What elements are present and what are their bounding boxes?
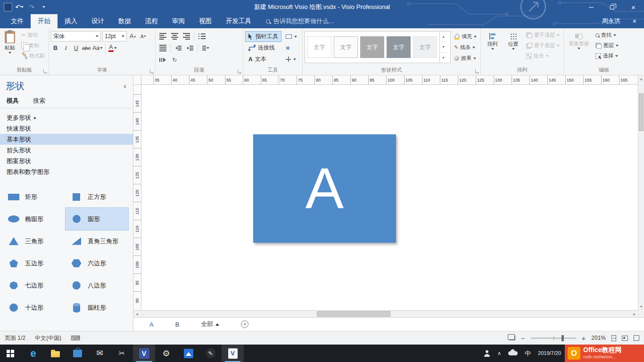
- line-dropdown-icon[interactable]: [472, 47, 475, 49]
- vertical-scroll-track[interactable]: [638, 82, 644, 303]
- ime-indicator[interactable]: 中: [525, 349, 531, 358]
- font-dialog-launcher[interactable]: [150, 69, 154, 73]
- undo-button[interactable]: ↶: [14, 2, 25, 12]
- close-button[interactable]: ×: [623, 0, 644, 14]
- effects-dropdown-icon[interactable]: [473, 58, 476, 59]
- fill-dropdown-icon[interactable]: [474, 36, 477, 38]
- align-dropdown-icon[interactable]: [491, 48, 494, 50]
- align-center-button[interactable]: [169, 31, 180, 41]
- master-shape[interactable]: 直角三角形: [66, 230, 128, 252]
- fit-window-icon[interactable]: [622, 336, 628, 341]
- bullets-button[interactable]: [197, 31, 207, 41]
- vertical-scrollbar[interactable]: ▴ ▾: [638, 75, 644, 310]
- select-button[interactable]: 选择: [594, 51, 620, 61]
- minimize-button[interactable]: [580, 0, 602, 14]
- keyboard-icon[interactable]: ⌨: [71, 334, 80, 342]
- taskbar-item[interactable]: [199, 345, 222, 362]
- zoom-level[interactable]: 201%: [591, 335, 606, 341]
- align-left-button[interactable]: [157, 31, 168, 41]
- stencil-item[interactable]: 更多形状: [0, 112, 133, 123]
- master-shape[interactable]: 三角形: [3, 230, 66, 252]
- layers-dropdown-icon[interactable]: [616, 45, 619, 47]
- ribbon-tab[interactable]: 插入: [58, 14, 84, 28]
- italic-button[interactable]: I: [61, 43, 70, 53]
- scroll-right-icon[interactable]: ▸: [631, 312, 638, 316]
- drawn-square-shape[interactable]: A: [253, 134, 396, 243]
- group-button[interactable]: 组合: [524, 51, 561, 61]
- text-block-dropdown-icon[interactable]: [293, 58, 296, 60]
- tab-stencils[interactable]: 模具: [7, 97, 19, 105]
- shrink-font-button[interactable]: A▾: [139, 32, 148, 41]
- copy-button[interactable]: 复制: [19, 41, 47, 50]
- rectangle-tool-button[interactable]: [282, 31, 300, 42]
- all-pages-button[interactable]: 全部: [201, 320, 219, 329]
- master-shape[interactable]: 七边形: [3, 274, 66, 296]
- stencil-item[interactable]: 快速形状: [0, 123, 133, 134]
- ribbon-tab[interactable]: 数据: [111, 14, 138, 28]
- send-to-back-dropdown-icon[interactable]: [557, 45, 560, 47]
- taskbar-item[interactable]: [0, 345, 22, 362]
- find-dropdown-icon[interactable]: [613, 34, 616, 36]
- master-shape[interactable]: 正方形: [66, 186, 128, 208]
- drawing-page[interactable]: A: [141, 85, 638, 310]
- cut-button[interactable]: ✂剪切: [19, 30, 47, 40]
- taskbar-item[interactable]: [44, 345, 66, 362]
- people-search-icon[interactable]: [484, 350, 490, 357]
- rotate-text-button[interactable]: ↻: [169, 55, 180, 65]
- text-tool-button[interactable]: A文本: [245, 54, 281, 65]
- rectangle-tool-dropdown-icon[interactable]: [294, 36, 297, 38]
- fill-button[interactable]: 填充: [452, 32, 479, 41]
- gallery-more-icon[interactable]: ▾: [440, 53, 447, 63]
- hidden-icons-chevron[interactable]: ∧: [497, 350, 501, 356]
- language-indicator[interactable]: 中文(中国): [35, 334, 61, 342]
- align-button[interactable]: 排列: [483, 30, 502, 66]
- connector-tool-button[interactable]: 连接线: [245, 42, 281, 53]
- position-button[interactable]: 位置: [504, 30, 523, 66]
- master-shape[interactable]: 六边形: [66, 252, 128, 274]
- master-shape[interactable]: 椭圆形: [3, 208, 66, 230]
- signed-in-user[interactable]: 周永洪: [602, 14, 633, 28]
- group-dropdown-icon[interactable]: [546, 55, 549, 57]
- ribbon-tab[interactable]: 文件: [4, 14, 31, 28]
- page-indicator[interactable]: 页面 1/2: [5, 334, 25, 342]
- ribbon-tab[interactable]: 开始: [31, 14, 58, 28]
- page-tab[interactable]: A: [149, 321, 154, 328]
- scroll-left-icon[interactable]: ◂: [133, 312, 140, 316]
- bold-button[interactable]: B: [51, 43, 60, 53]
- horizontal-scrollbar[interactable]: ◂ ▸: [133, 310, 638, 317]
- underline-button[interactable]: U: [72, 43, 81, 53]
- master-shape[interactable]: 五边形: [3, 252, 66, 274]
- master-shape[interactable]: 圆形: [66, 208, 128, 230]
- paragraph-dialog-launcher[interactable]: [238, 69, 241, 73]
- increase-indent-button[interactable]: [185, 43, 195, 53]
- horizontal-scroll-thumb[interactable]: [317, 311, 390, 317]
- stencil-item[interactable]: 图表和数学图形: [0, 166, 133, 177]
- zoom-in-button[interactable]: +: [582, 335, 586, 342]
- connection-point-tool-button[interactable]: ×: [282, 42, 300, 53]
- taskbar-item[interactable]: [111, 345, 133, 362]
- shape-style-tile[interactable]: 文字: [307, 36, 331, 58]
- master-shape[interactable]: 矩形: [3, 186, 66, 208]
- page-tab[interactable]: B: [175, 321, 180, 328]
- grow-font-button[interactable]: A▴: [128, 32, 137, 41]
- change-shape-dropdown-icon[interactable]: [578, 48, 580, 49]
- text-direction-button[interactable]: [157, 55, 168, 65]
- shape-style-tile[interactable]: 文字: [413, 36, 437, 58]
- justify-button[interactable]: [157, 43, 168, 53]
- effects-button[interactable]: 效果: [452, 53, 479, 63]
- stencil-item[interactable]: 基本形状: [0, 134, 133, 145]
- taskbar-item[interactable]: [222, 345, 244, 362]
- pointer-tool-button[interactable]: 指针工具: [245, 31, 281, 42]
- taskbar-item[interactable]: [22, 345, 44, 362]
- vertical-scroll-thumb[interactable]: [639, 93, 644, 131]
- position-dropdown-icon[interactable]: [512, 48, 515, 50]
- stencil-item[interactable]: 图案形状: [0, 156, 133, 166]
- ribbon-tab[interactable]: 设计: [84, 14, 111, 28]
- master-shape[interactable]: 圆柱形: [66, 296, 128, 319]
- line-button[interactable]: ✎线条: [452, 42, 479, 52]
- ribbon-tab[interactable]: 开发工具: [219, 14, 258, 28]
- change-case-button[interactable]: Aa: [92, 43, 103, 53]
- font-name-combo[interactable]: 宋体: [51, 31, 101, 41]
- ribbon-tab[interactable]: 审阅: [165, 14, 192, 28]
- zoom-slider[interactable]: [531, 337, 576, 339]
